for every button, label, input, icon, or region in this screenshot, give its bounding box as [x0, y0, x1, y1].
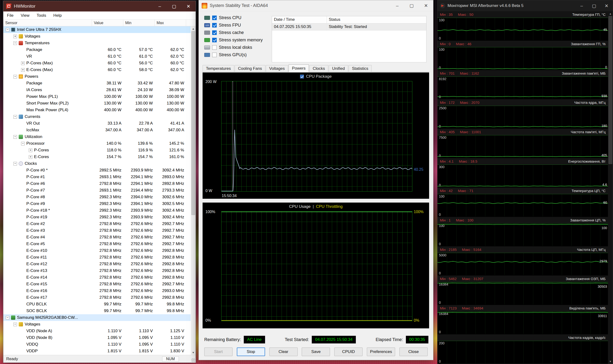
tree-expander-icon[interactable]: +: [29, 148, 32, 152]
tree-expander-icon[interactable]: +: [21, 68, 25, 72]
sensor-row[interactable]: +Voltages: [3, 33, 191, 40]
tree-expander-icon[interactable]: +: [29, 155, 32, 159]
minimize-icon[interactable]: –: [390, 0, 404, 11]
afterburner-titlebar[interactable]: Моніторинг MSI Afterburner v4.6.6 Beta 5…: [437, 0, 613, 11]
sensor-row[interactable]: Package38.11 W33.42 W47.80 W: [3, 80, 191, 87]
tree-expander-icon[interactable]: −: [14, 75, 17, 78]
stop-button[interactable]: Stop: [237, 348, 265, 356]
sensor-row[interactable]: +E-Cores (Max)60.0 °C58.0 °C62.0 °C: [3, 66, 191, 73]
clear-button[interactable]: Clear: [269, 348, 298, 356]
sensor-row[interactable]: VR Out33.13 A22.78 A41.41 A: [3, 120, 191, 127]
sensor-row[interactable]: −Currents: [3, 113, 191, 120]
tab-clocks[interactable]: Clocks: [309, 65, 328, 72]
stress-memory-checkbox[interactable]: [212, 38, 217, 42]
sensor-row[interactable]: E-Core #132792.8 MHz2792.6 MHz2992.8 MHz: [3, 267, 191, 274]
close-icon[interactable]: ✕: [419, 0, 433, 11]
sensor-row[interactable]: −Powers: [3, 73, 191, 80]
sensor-row[interactable]: −Clocks: [3, 160, 191, 167]
tree-expander-icon[interactable]: −: [21, 142, 25, 145]
sensor-row[interactable]: −Temperatures: [3, 40, 191, 46]
sensor-row[interactable]: P-Core #62792.8 MHz2294.1 MHz2892.8 MHz: [3, 180, 191, 187]
cpu-package-legend-checkbox[interactable]: [300, 75, 304, 78]
sensor-row[interactable]: IA Cores28.61 W24.10 W38.09 W: [3, 87, 191, 93]
tree-expander-icon[interactable]: −: [14, 135, 17, 139]
minimize-icon[interactable]: –: [575, 0, 588, 11]
preferences-button[interactable]: Preferences: [367, 348, 395, 356]
save-button[interactable]: Save: [302, 348, 330, 356]
hwmonitor-titlebar[interactable]: HWMonitor – ▢ ✕: [3, 1, 196, 12]
sensor-row[interactable]: E-Core #172792.8 MHz2792.6 MHz2992.8 MHz: [3, 294, 191, 301]
log-row[interactable]: 04.07.2025 15:50:35 Stability Test: Star…: [272, 24, 426, 31]
stress-gpu-checkbox[interactable]: [212, 53, 217, 57]
sensor-row[interactable]: Power Max (PL1)100.00 W100.00 W100.00 W: [3, 93, 191, 100]
minimize-icon[interactable]: –: [153, 1, 167, 12]
maximize-icon[interactable]: ▢: [404, 0, 419, 11]
menu-help[interactable]: Help: [50, 13, 65, 18]
maximize-icon[interactable]: ▢: [167, 1, 181, 12]
sensor-row[interactable]: +P-Cores (Max)60.0 °C56.0 °C60.0 °C: [3, 60, 191, 66]
column-min[interactable]: Min: [123, 20, 155, 26]
sensor-row[interactable]: −Intel Core Ultra 7 255HX: [3, 26, 191, 33]
tree-expander-icon[interactable]: −: [14, 41, 17, 45]
stress-cpu-row[interactable]: Stress CPU: [204, 14, 272, 22]
scrollbar-thumb[interactable]: [608, 16, 612, 164]
column-value[interactable]: Value: [92, 20, 123, 26]
sensor-row[interactable]: Max Peak Power (PL4)400.00 W400.00 W400.…: [3, 107, 191, 113]
sensor-row[interactable]: P-Core #18 *2992.3 MHz2393.9 MHz3092.4 M…: [3, 207, 191, 214]
stress-cpu-checkbox[interactable]: [212, 15, 217, 20]
sensor-row[interactable]: +E-Cores154.7 %154.7 %161.0 %: [3, 154, 191, 160]
sensor-row[interactable]: E-Core #102792.8 MHz2792.6 MHz2992.8 MHz: [3, 247, 191, 254]
maximize-icon[interactable]: ▢: [588, 0, 600, 11]
tab-voltages[interactable]: Voltages: [266, 65, 288, 72]
sensor-row[interactable]: P-Core #12693.1 MHz2294.1 MHz2893.0 MHz: [3, 174, 191, 180]
vertical-scrollbar[interactable]: ▲ ▼: [191, 26, 196, 355]
column-sensor[interactable]: Sensor: [3, 20, 92, 26]
close-icon[interactable]: ✕: [181, 1, 196, 12]
sensor-row[interactable]: VDD (Node A)1.110 V1.110 V1.125 V: [3, 328, 191, 334]
scrollbar-thumb[interactable]: [191, 31, 195, 215]
tree-expander-icon[interactable]: −: [14, 323, 17, 326]
sensor-row[interactable]: −Processor140.0 %139.6 %145.2 %: [3, 140, 191, 147]
tab-cooling-fans[interactable]: Cooling Fans: [235, 65, 265, 72]
close-icon[interactable]: ✕: [600, 0, 613, 11]
sensor-row[interactable]: P-Core #192992.3 MHz2393.9 MHz3092.4 MHz: [3, 214, 191, 221]
scroll-down-icon[interactable]: ▼: [191, 350, 196, 355]
close-button[interactable]: Close: [399, 348, 428, 356]
menu-file[interactable]: File: [3, 13, 17, 18]
sensor-row[interactable]: E-Core #152792.8 MHz2792.6 MHz2992.7 MHz: [3, 281, 191, 287]
sensor-row[interactable]: VDD (Node B)1.095 V1.095 V1.110 V: [3, 334, 191, 341]
sensor-row[interactable]: −Samsung M425R2GA3EB0-CW...: [3, 314, 191, 321]
log-column-status[interactable]: Status: [327, 16, 426, 23]
tree-expander-icon[interactable]: −: [6, 316, 9, 320]
sensor-row[interactable]: P-Core #82992.3 MHz2394.0 MHz3092.6 MHz: [3, 194, 191, 200]
sensor-row[interactable]: Short Power Max (PL2)130.00 W130.00 W130…: [3, 100, 191, 107]
tree-expander-icon[interactable]: −: [14, 162, 17, 166]
sensor-row[interactable]: −Utilization: [3, 133, 191, 140]
stress-cache-row[interactable]: Stress cache: [204, 29, 272, 36]
sensor-row[interactable]: E-Core #142792.8 MHz2792.6 MHz2992.8 MHz: [3, 274, 191, 281]
tab-temperatures[interactable]: Temperatures: [203, 65, 234, 72]
log-column-datetime[interactable]: Date / Time: [272, 16, 327, 23]
sensor-row[interactable]: E-Core #52792.8 MHz2792.6 MHz2992.7 MHz: [3, 241, 191, 247]
sensor-row[interactable]: VDDP1.815 V1.815 V1.830 V: [3, 348, 191, 354]
stress-disks-checkbox[interactable]: [212, 45, 217, 50]
scroll-up-icon[interactable]: ▲: [191, 26, 196, 31]
stress-fpu-row[interactable]: Stress FPU: [204, 22, 272, 29]
sensor-row[interactable]: E-Core #42792.8 MHz2792.6 MHz2992.7 MHz: [3, 234, 191, 241]
scroll-up-icon[interactable]: ▲: [608, 11, 613, 16]
sensor-row[interactable]: −Voltages: [3, 321, 191, 328]
sensor-row[interactable]: E-Core #122792.8 MHz2792.6 MHz2992.8 MHz: [3, 261, 191, 267]
vertical-scrollbar[interactable]: ▲ ▼: [608, 11, 613, 364]
sensor-row[interactable]: Package60.0 °C57.0 °C62.0 °C: [3, 46, 191, 53]
tree-expander-icon[interactable]: −: [6, 28, 9, 32]
stress-cache-checkbox[interactable]: [212, 30, 217, 35]
column-max[interactable]: Max: [155, 20, 186, 26]
tab-powers[interactable]: Powers: [289, 64, 309, 72]
sensor-row[interactable]: E-Core #32792.8 MHz2792.6 MHz2992.7 MHz: [3, 227, 191, 234]
sensor-row[interactable]: +P-Cores118.0 %116.9 %121.6 %: [3, 147, 191, 154]
sensor-row[interactable]: E-Core #112792.8 MHz2792.6 MHz2992.8 MHz: [3, 254, 191, 261]
sensor-row[interactable]: VR61.0 °C61.0 °C62.0 °C: [3, 53, 191, 60]
sensor-row[interactable]: IccMax347.00 A347.00 A347.00 A: [3, 127, 191, 133]
stress-fpu-checkbox[interactable]: [212, 23, 217, 27]
sensor-row[interactable]: P-Core #0 *2892.5 MHz2393.9 MHz3092.4 MH…: [3, 167, 191, 174]
